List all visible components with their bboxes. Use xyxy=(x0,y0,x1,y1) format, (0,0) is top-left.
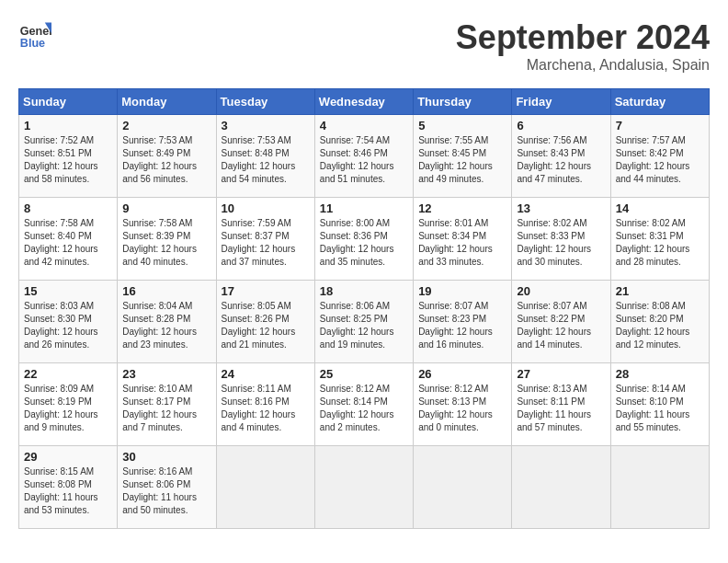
calendar-table: SundayMondayTuesdayWednesdayThursdayFrid… xyxy=(18,88,710,529)
dow-header: Thursday xyxy=(414,89,512,115)
calendar-cell: 9Sunrise: 7:58 AM Sunset: 8:39 PM Daylig… xyxy=(118,198,216,281)
calendar-cell xyxy=(610,446,709,529)
day-number: 24 xyxy=(222,367,310,381)
calendar-cell: 6Sunrise: 7:56 AM Sunset: 8:43 PM Daylig… xyxy=(512,115,610,198)
month-title: September 2024 xyxy=(456,18,710,57)
day-number: 3 xyxy=(222,119,310,132)
calendar-cell: 4Sunrise: 7:54 AM Sunset: 8:46 PM Daylig… xyxy=(314,115,413,198)
calendar-cell: 25Sunrise: 8:12 AM Sunset: 8:14 PM Dayli… xyxy=(314,363,413,446)
calendar-cell: 2Sunrise: 7:53 AM Sunset: 8:49 PM Daylig… xyxy=(118,115,216,198)
calendar-cell: 17Sunrise: 8:05 AM Sunset: 8:26 PM Dayli… xyxy=(216,281,314,363)
dow-header: Wednesday xyxy=(314,89,413,115)
calendar-cell: 16Sunrise: 8:04 AM Sunset: 8:28 PM Dayli… xyxy=(118,281,216,363)
day-info: Sunrise: 8:13 AM Sunset: 8:11 PM Dayligh… xyxy=(517,383,605,434)
day-info: Sunrise: 7:58 AM Sunset: 8:40 PM Dayligh… xyxy=(24,217,112,269)
day-info: Sunrise: 8:02 AM Sunset: 8:31 PM Dayligh… xyxy=(616,217,704,269)
calendar-cell: 11Sunrise: 8:00 AM Sunset: 8:36 PM Dayli… xyxy=(314,198,413,281)
day-info: Sunrise: 8:12 AM Sunset: 8:13 PM Dayligh… xyxy=(418,383,506,434)
day-info: Sunrise: 7:58 AM Sunset: 8:39 PM Dayligh… xyxy=(122,217,210,269)
day-number: 2 xyxy=(122,119,210,132)
day-info: Sunrise: 8:00 AM Sunset: 8:36 PM Dayligh… xyxy=(320,217,408,269)
day-info: Sunrise: 8:10 AM Sunset: 8:17 PM Dayligh… xyxy=(122,383,210,434)
calendar-cell: 14Sunrise: 8:02 AM Sunset: 8:31 PM Dayli… xyxy=(610,198,709,281)
day-number: 5 xyxy=(418,119,506,132)
day-number: 18 xyxy=(320,284,408,298)
day-number: 19 xyxy=(418,284,506,298)
day-info: Sunrise: 8:12 AM Sunset: 8:14 PM Dayligh… xyxy=(320,383,408,434)
calendar-cell: 26Sunrise: 8:12 AM Sunset: 8:13 PM Dayli… xyxy=(414,363,512,446)
day-number: 17 xyxy=(222,284,310,298)
day-info: Sunrise: 8:16 AM Sunset: 8:06 PM Dayligh… xyxy=(122,465,210,517)
day-number: 11 xyxy=(320,201,408,215)
day-info: Sunrise: 8:09 AM Sunset: 8:19 PM Dayligh… xyxy=(24,383,112,434)
svg-text:Blue: Blue xyxy=(20,37,45,50)
day-info: Sunrise: 8:03 AM Sunset: 8:30 PM Dayligh… xyxy=(24,300,112,351)
calendar-cell: 19Sunrise: 8:07 AM Sunset: 8:23 PM Dayli… xyxy=(414,281,512,363)
page-header: General Blue September 2024 Marchena, An… xyxy=(18,18,710,74)
day-number: 13 xyxy=(517,201,605,215)
calendar-cell: 21Sunrise: 8:08 AM Sunset: 8:20 PM Dayli… xyxy=(610,281,709,363)
calendar-cell: 29Sunrise: 8:15 AM Sunset: 8:08 PM Dayli… xyxy=(19,446,118,529)
day-number: 20 xyxy=(517,284,605,298)
day-number: 7 xyxy=(616,119,704,132)
calendar-cell xyxy=(414,446,512,529)
day-number: 14 xyxy=(616,201,704,215)
day-number: 30 xyxy=(122,450,210,464)
day-info: Sunrise: 7:59 AM Sunset: 8:37 PM Dayligh… xyxy=(222,217,310,269)
dow-header: Monday xyxy=(118,89,216,115)
logo: General Blue xyxy=(18,18,51,52)
day-number: 9 xyxy=(122,201,210,215)
day-info: Sunrise: 8:04 AM Sunset: 8:28 PM Dayligh… xyxy=(122,300,210,351)
day-info: Sunrise: 8:01 AM Sunset: 8:34 PM Dayligh… xyxy=(418,217,506,269)
calendar-cell: 18Sunrise: 8:06 AM Sunset: 8:25 PM Dayli… xyxy=(314,281,413,363)
calendar-cell xyxy=(216,446,314,529)
day-number: 8 xyxy=(24,201,112,215)
day-info: Sunrise: 8:07 AM Sunset: 8:22 PM Dayligh… xyxy=(517,300,605,351)
day-number: 10 xyxy=(222,201,310,215)
dow-header: Sunday xyxy=(19,89,118,115)
calendar-cell xyxy=(512,446,610,529)
day-info: Sunrise: 8:14 AM Sunset: 8:10 PM Dayligh… xyxy=(616,383,704,434)
calendar-cell xyxy=(314,446,413,529)
day-number: 25 xyxy=(320,367,408,381)
calendar-cell: 30Sunrise: 8:16 AM Sunset: 8:06 PM Dayli… xyxy=(118,446,216,529)
calendar-cell: 27Sunrise: 8:13 AM Sunset: 8:11 PM Dayli… xyxy=(512,363,610,446)
calendar-cell: 23Sunrise: 8:10 AM Sunset: 8:17 PM Dayli… xyxy=(118,363,216,446)
day-number: 29 xyxy=(24,450,112,464)
dow-header: Friday xyxy=(512,89,610,115)
day-number: 1 xyxy=(24,119,112,132)
day-number: 16 xyxy=(122,284,210,298)
day-number: 15 xyxy=(24,284,112,298)
day-info: Sunrise: 8:06 AM Sunset: 8:25 PM Dayligh… xyxy=(320,300,408,351)
calendar-cell: 22Sunrise: 8:09 AM Sunset: 8:19 PM Dayli… xyxy=(19,363,118,446)
day-number: 4 xyxy=(320,119,408,132)
day-info: Sunrise: 7:53 AM Sunset: 8:49 PM Dayligh… xyxy=(122,134,210,186)
calendar-cell: 20Sunrise: 8:07 AM Sunset: 8:22 PM Dayli… xyxy=(512,281,610,363)
day-number: 22 xyxy=(24,367,112,381)
day-info: Sunrise: 8:15 AM Sunset: 8:08 PM Dayligh… xyxy=(24,465,112,517)
day-info: Sunrise: 8:07 AM Sunset: 8:23 PM Dayligh… xyxy=(418,300,506,351)
day-number: 27 xyxy=(517,367,605,381)
day-info: Sunrise: 7:54 AM Sunset: 8:46 PM Dayligh… xyxy=(320,134,408,186)
day-number: 6 xyxy=(517,119,605,132)
calendar-cell: 1Sunrise: 7:52 AM Sunset: 8:51 PM Daylig… xyxy=(19,115,118,198)
day-info: Sunrise: 8:11 AM Sunset: 8:16 PM Dayligh… xyxy=(222,383,310,434)
calendar-cell: 12Sunrise: 8:01 AM Sunset: 8:34 PM Dayli… xyxy=(414,198,512,281)
day-number: 21 xyxy=(616,284,704,298)
day-info: Sunrise: 7:52 AM Sunset: 8:51 PM Dayligh… xyxy=(24,134,112,186)
day-info: Sunrise: 7:53 AM Sunset: 8:48 PM Dayligh… xyxy=(222,134,310,186)
calendar-cell: 24Sunrise: 8:11 AM Sunset: 8:16 PM Dayli… xyxy=(216,363,314,446)
day-number: 12 xyxy=(418,201,506,215)
day-number: 28 xyxy=(616,367,704,381)
day-info: Sunrise: 7:57 AM Sunset: 8:42 PM Dayligh… xyxy=(616,134,704,186)
day-info: Sunrise: 8:08 AM Sunset: 8:20 PM Dayligh… xyxy=(616,300,704,351)
location: Marchena, Andalusia, Spain xyxy=(456,57,710,74)
calendar-cell: 3Sunrise: 7:53 AM Sunset: 8:48 PM Daylig… xyxy=(216,115,314,198)
day-info: Sunrise: 8:02 AM Sunset: 8:33 PM Dayligh… xyxy=(517,217,605,269)
title-block: September 2024 Marchena, Andalusia, Spai… xyxy=(456,18,710,74)
calendar-cell: 28Sunrise: 8:14 AM Sunset: 8:10 PM Dayli… xyxy=(610,363,709,446)
calendar-cell: 10Sunrise: 7:59 AM Sunset: 8:37 PM Dayli… xyxy=(216,198,314,281)
calendar-cell: 7Sunrise: 7:57 AM Sunset: 8:42 PM Daylig… xyxy=(610,115,709,198)
calendar-cell: 15Sunrise: 8:03 AM Sunset: 8:30 PM Dayli… xyxy=(19,281,118,363)
calendar-cell: 13Sunrise: 8:02 AM Sunset: 8:33 PM Dayli… xyxy=(512,198,610,281)
